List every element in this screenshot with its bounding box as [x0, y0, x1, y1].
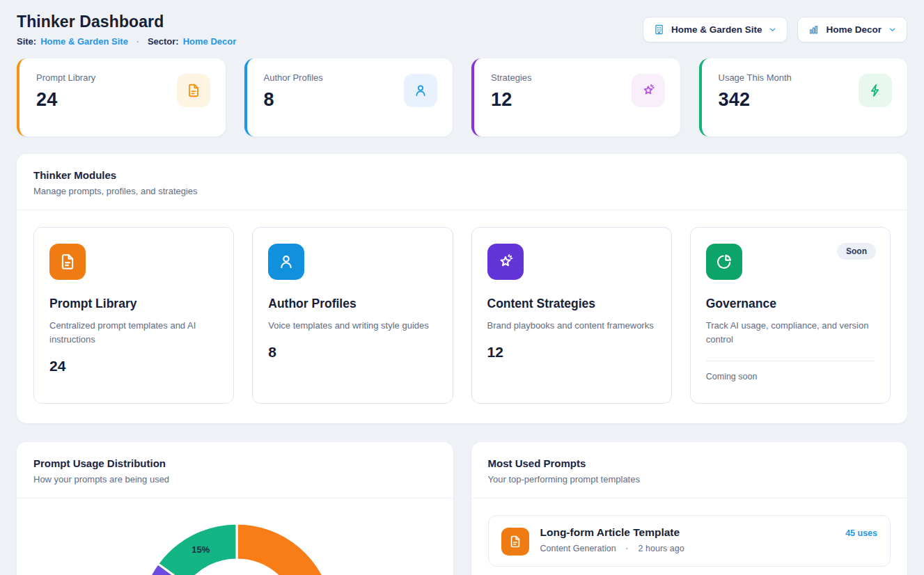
donut-svg: 15%	[17, 498, 453, 575]
usage-card-header: Prompt Usage Distribution How your promp…	[17, 442, 453, 498]
sector-selector-button[interactable]: Home Decor	[797, 17, 907, 42]
site-selector-label: Home & Garden Site	[671, 24, 762, 35]
building-icon	[653, 24, 665, 36]
site-selector-button[interactable]: Home & Garden Site	[643, 17, 788, 42]
file-icon	[177, 74, 210, 107]
prompt-time: 2 hours ago	[639, 544, 684, 553]
sparkle-star-icon	[487, 244, 524, 280]
module-count: 24	[49, 358, 218, 375]
pie-chart-icon	[706, 244, 742, 280]
prompt-list-item[interactable]: Long-form Article Template Content Gener…	[488, 515, 891, 567]
dot-separator: ·	[622, 544, 633, 553]
module-count: 12	[487, 344, 656, 361]
module-description: Brand playbooks and content frameworks	[487, 319, 655, 333]
coming-soon-text: Coming soon	[706, 372, 875, 381]
sector-link[interactable]: Home Decor	[183, 36, 237, 47]
prompts-list: Long-form Article Template Content Gener…	[471, 498, 908, 575]
topbar: Thinker Dashboard Site: Home & Garden Si…	[17, 13, 907, 47]
prompt-meta: Content Generation · 2 hours ago	[540, 544, 835, 553]
sparkle-star-icon	[632, 74, 665, 107]
stat-card-prompt-library: Prompt Library 24	[17, 58, 226, 136]
prompt-uses-badge: 45 uses	[845, 528, 877, 538]
bottom-row: Prompt Usage Distribution How your promp…	[17, 442, 907, 575]
stat-text: Author Profiles 8	[264, 72, 323, 111]
stat-label: Prompt Library	[36, 72, 95, 83]
modules-panel: Thinker Modules Manage prompts, profiles…	[17, 154, 907, 423]
stat-text: Strategies 12	[491, 72, 532, 111]
file-icon	[49, 244, 86, 280]
donut-slice-label: 15%	[191, 544, 210, 555]
soon-badge: Soon	[837, 243, 876, 260]
module-title: Content Strategies	[487, 297, 656, 311]
prompt-category: Content Generation	[540, 544, 616, 553]
stat-card-strategies: Strategies 12	[471, 58, 680, 136]
modules-title: Thinker Modules	[33, 169, 891, 181]
header-left: Thinker Dashboard Site: Home & Garden Si…	[17, 13, 236, 47]
stat-value: 8	[264, 89, 323, 111]
module-title: Governance	[706, 297, 875, 311]
module-title: Author Profiles	[268, 297, 437, 311]
module-card-author-profiles[interactable]: Author Profiles Voice templates and writ…	[252, 227, 453, 404]
stat-value: 12	[491, 89, 532, 111]
module-description: Voice templates and writing style guides	[268, 319, 435, 333]
prompts-card-subtitle: Your top-performing prompt templates	[488, 474, 891, 485]
module-description: Track AI usage, compliance, and version …	[706, 319, 873, 347]
header-actions: Home & Garden Site Home Decor	[643, 17, 907, 42]
file-icon	[501, 528, 529, 556]
modules-subtitle: Manage prompts, profiles, and strategies	[33, 186, 891, 196]
stat-label: Usage This Month	[719, 72, 792, 83]
stat-card-usage: Usage This Month 342	[699, 58, 908, 136]
module-title: Prompt Library	[49, 297, 218, 311]
lightning-icon	[859, 74, 892, 107]
modules-grid: Prompt Library Centralized prompt templa…	[17, 210, 907, 423]
stat-value: 342	[719, 89, 792, 111]
usage-donut-chart: 15%	[17, 498, 453, 575]
usage-card-title: Prompt Usage Distribution	[33, 457, 437, 469]
module-card-prompt-library[interactable]: Prompt Library Centralized prompt templa…	[33, 227, 234, 404]
stat-text: Usage This Month 342	[719, 72, 792, 111]
person-icon	[404, 74, 437, 107]
most-used-prompts-card: Most Used Prompts Your top-performing pr…	[471, 442, 908, 575]
stat-card-author-profiles: Author Profiles 8	[244, 58, 453, 136]
segment-orange	[237, 523, 334, 575]
chevron-down-icon	[768, 25, 777, 34]
divider	[706, 361, 875, 361]
prompts-card-header: Most Used Prompts Your top-performing pr…	[471, 442, 908, 498]
module-card-governance[interactable]: Soon Governance Track AI usage, complian…	[690, 227, 891, 404]
bar-chart-icon	[808, 24, 820, 36]
site-link[interactable]: Home & Garden Site	[40, 36, 128, 47]
sector-selector-label: Home Decor	[826, 24, 882, 35]
usage-card-subtitle: How your prompts are being used	[33, 474, 437, 485]
page-title: Thinker Dashboard	[17, 13, 236, 31]
prompts-card-title: Most Used Prompts	[488, 457, 891, 469]
prompt-info: Long-form Article Template Content Gener…	[540, 526, 835, 553]
module-count: 8	[268, 344, 437, 361]
module-card-content-strategies[interactable]: Content Strategies Brand playbooks and c…	[471, 227, 672, 404]
stat-label: Author Profiles	[264, 72, 323, 83]
site-label: Site:	[17, 36, 36, 47]
stats-row: Prompt Library 24 Author Profiles 8 Stra…	[17, 58, 907, 136]
breadcrumb: Site: Home & Garden Site · Sector: Home …	[17, 36, 236, 47]
prompt-title: Long-form Article Template	[540, 526, 835, 539]
sector-label: Sector:	[148, 36, 179, 47]
dot-separator: ·	[132, 37, 143, 47]
stat-value: 24	[36, 89, 95, 111]
usage-distribution-card: Prompt Usage Distribution How your promp…	[17, 442, 453, 575]
stat-text: Prompt Library 24	[36, 72, 95, 111]
module-description: Centralized prompt templates and AI inst…	[49, 319, 217, 347]
stat-label: Strategies	[491, 72, 532, 83]
person-icon	[268, 244, 304, 280]
chevron-down-icon	[888, 25, 897, 34]
modules-panel-header: Thinker Modules Manage prompts, profiles…	[17, 154, 907, 210]
dashboard-page: Thinker Dashboard Site: Home & Garden Si…	[0, 0, 924, 575]
